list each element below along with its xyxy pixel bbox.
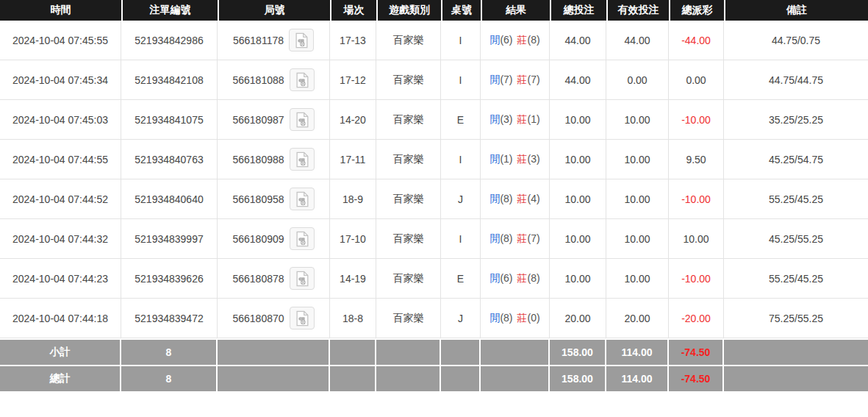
cell-result: 閒(8)莊(4) — [481, 179, 550, 219]
subtotal-count: 8 — [121, 338, 218, 365]
subtotal-row: 小計 8 158.00 114.00 -74.50 — [0, 338, 868, 365]
cell-session: 17-11 — [330, 140, 376, 179]
cell-remark: 55.25/45.25 — [724, 259, 868, 299]
cell-game-type: 百家樂 — [376, 21, 441, 60]
video-replay-button[interactable] — [290, 148, 315, 171]
cell-valid-bet: 44.00 — [606, 21, 669, 60]
header-row: 時間 注單編號 局號 場次 遊戲類別 桌號 結果 總投注 有效投注 總派彩 備註 — [0, 0, 868, 21]
video-replay-button[interactable] — [289, 29, 314, 51]
total-label: 總計 — [0, 365, 121, 391]
table-row: 2024-10-04 07:44:18 521934839472 5661808… — [0, 299, 868, 338]
result-player-score: (6) — [500, 272, 512, 284]
total-valid-bet: 114.00 — [606, 365, 669, 391]
cell-game-type: 百家樂 — [376, 299, 441, 338]
subtotal-valid-bet: 114.00 — [606, 338, 669, 365]
video-replay-button[interactable] — [290, 227, 315, 250]
cell-game-type: 百家樂 — [376, 140, 441, 179]
cell-bet-number: 521934842986 — [121, 21, 218, 60]
result-banker-score: (8) — [528, 34, 540, 46]
cell-payout: 9.50 — [669, 140, 724, 179]
cell-time: 2024-10-04 07:44:55 — [0, 140, 121, 179]
result-player-label: 閒 — [489, 153, 500, 165]
round-number-text: 566180878 — [232, 273, 284, 285]
cell-payout: 10.00 — [669, 219, 724, 259]
cell-bet-number: 521934839626 — [121, 259, 218, 299]
cell-valid-bet: 0.00 — [606, 60, 669, 100]
video-replay-button[interactable] — [290, 307, 315, 329]
subtotal-empty-session — [330, 338, 376, 365]
video-replay-button[interactable] — [290, 188, 315, 210]
result-player-score: (3) — [500, 113, 512, 125]
cell-result: 閒(7)莊(7) — [481, 60, 550, 100]
cell-bet-number: 521934840640 — [121, 179, 218, 219]
cell-session: 18-9 — [330, 179, 376, 219]
round-number-text: 566180909 — [232, 233, 284, 245]
cell-result: 閒(8)莊(0) — [481, 299, 550, 338]
col-header-bet-number: 注單編號 — [121, 0, 218, 21]
cell-total-bet: 44.00 — [550, 21, 606, 60]
video-file-icon — [294, 112, 310, 128]
video-replay-button[interactable] — [290, 267, 315, 290]
cell-remark: 45.25/55.25 — [724, 219, 868, 259]
table-body: 2024-10-04 07:45:55 521934842986 5661811… — [0, 21, 868, 338]
result-banker-score: (4) — [528, 193, 540, 204]
result-player-label: 閒 — [489, 74, 500, 85]
cell-total-bet: 10.00 — [550, 219, 606, 259]
video-file-icon — [294, 231, 310, 247]
cell-round-number: 566180958 — [218, 179, 330, 219]
col-header-round-number: 局號 — [218, 0, 330, 21]
video-file-icon — [294, 152, 310, 168]
result-banker-score: (3) — [528, 153, 540, 165]
subtotal-empty-table — [441, 338, 481, 365]
total-empty-remark — [724, 365, 868, 391]
round-number-text: 566181178 — [233, 35, 284, 46]
cell-game-type: 百家樂 — [376, 100, 441, 140]
cell-session: 17-10 — [330, 219, 376, 259]
cell-table-number: E — [441, 259, 481, 299]
cell-round-number: 566180878 — [218, 259, 330, 299]
cell-valid-bet: 10.00 — [606, 219, 669, 259]
result-banker-score: (0) — [528, 312, 540, 324]
result-player-score: (8) — [500, 232, 512, 244]
video-replay-button[interactable] — [290, 108, 315, 131]
cell-valid-bet: 10.00 — [606, 100, 669, 140]
video-replay-button[interactable] — [290, 68, 315, 91]
cell-table-number: I — [441, 219, 481, 259]
cell-payout: -10.00 — [669, 179, 724, 219]
result-player-label: 閒 — [489, 232, 500, 244]
col-header-game-type: 遊戲類別 — [376, 0, 441, 21]
video-file-icon — [294, 271, 310, 287]
cell-remark: 44.75/44.75 — [724, 60, 868, 100]
round-number-text: 566180988 — [232, 154, 284, 165]
cell-result: 閒(6)莊(8) — [481, 21, 550, 60]
cell-total-bet: 10.00 — [550, 140, 606, 179]
result-player-score: (6) — [500, 34, 512, 46]
cell-remark: 35.25/25.25 — [724, 100, 868, 140]
cell-total-bet: 20.00 — [550, 299, 606, 338]
table-summary: 小計 8 158.00 114.00 -74.50 總計 8 158.00 11… — [0, 338, 868, 391]
cell-bet-number: 521934839997 — [121, 219, 218, 259]
cell-remark: 75.25/55.25 — [724, 299, 868, 338]
video-file-icon — [293, 32, 309, 49]
result-banker-label: 莊 — [517, 312, 528, 324]
cell-result: 閒(8)莊(7) — [481, 219, 550, 259]
bet-history-table: 時間 注單編號 局號 場次 遊戲類別 桌號 結果 總投注 有效投注 總派彩 備註… — [0, 0, 868, 391]
cell-total-bet: 44.00 — [550, 60, 606, 100]
cell-payout: -10.00 — [669, 100, 724, 140]
result-player-label: 閒 — [489, 34, 500, 46]
cell-table-number: I — [441, 140, 481, 179]
result-banker-label: 莊 — [517, 153, 528, 165]
cell-valid-bet: 10.00 — [606, 179, 669, 219]
cell-total-bet: 10.00 — [550, 100, 606, 140]
cell-result: 閒(1)莊(3) — [481, 140, 550, 179]
total-count: 8 — [121, 365, 218, 391]
total-empty-result — [481, 365, 550, 391]
cell-payout: 0.00 — [669, 60, 724, 100]
cell-table-number: I — [441, 60, 481, 100]
cell-valid-bet: 10.00 — [606, 140, 669, 179]
result-banker-score: (8) — [528, 272, 540, 284]
result-player-score: (7) — [500, 74, 512, 85]
cell-table-number: J — [441, 179, 481, 219]
cell-table-number: J — [441, 299, 481, 338]
cell-result: 閒(3)莊(1) — [481, 100, 550, 140]
